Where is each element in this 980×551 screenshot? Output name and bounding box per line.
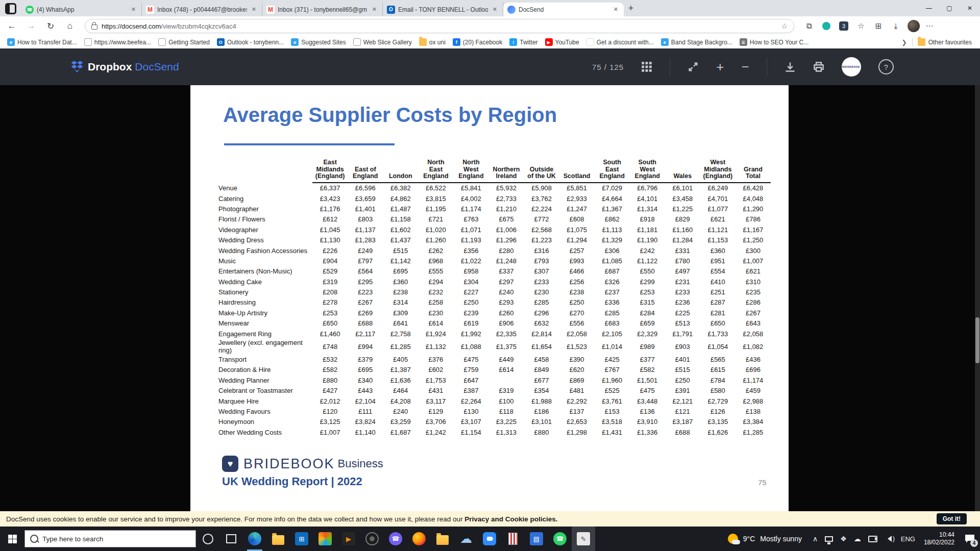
photos-icon[interactable] [313, 527, 337, 551]
close-button[interactable]: ✕ [960, 0, 980, 16]
onedrive-icon[interactable]: ☁ [454, 527, 478, 551]
favorites-hub-icon[interactable]: ☆ [853, 18, 869, 34]
bookmark-item[interactable]: eSuggested Sites [291, 38, 346, 46]
favorite-star-icon[interactable]: ☆ [781, 22, 788, 30]
table-cell: £906 [488, 318, 524, 329]
tab-close-icon[interactable]: ✕ [130, 6, 137, 13]
task-view-icon[interactable] [219, 527, 243, 551]
reload-icon[interactable]: ↻ [43, 18, 58, 34]
bookmark-item[interactable]: ▶YouTube [545, 38, 579, 46]
table-cell: £239 [453, 308, 488, 318]
home-icon[interactable]: ⌂ [62, 18, 78, 34]
print-icon[interactable] [813, 61, 824, 72]
collections-icon[interactable]: ⊞ [871, 18, 886, 34]
table-cell: £1,007 [312, 427, 348, 437]
profile-avatar[interactable] [908, 20, 920, 32]
bookmarks-overflow-icon[interactable]: ❯ [902, 39, 907, 46]
table-cell: £993 [559, 256, 595, 266]
meet-now-icon[interactable] [868, 536, 877, 542]
zoom-icon[interactable] [478, 527, 501, 551]
bookmark-item[interactable]: eHow to Transfer Dat... [7, 38, 77, 46]
table-cell: £869 [559, 375, 595, 385]
fullscreen-icon[interactable] [688, 61, 699, 72]
downloads-icon[interactable]: ⤓ [888, 18, 903, 34]
new-tab-button[interactable]: + [624, 1, 638, 15]
tab-close-icon[interactable]: ✕ [250, 6, 258, 13]
tray-chevron-icon[interactable]: ∧ [813, 535, 818, 543]
maximize-button[interactable]: ▢ [939, 0, 960, 16]
dropbox-tray-icon[interactable]: ❖ [840, 535, 847, 543]
store-icon[interactable]: ⊞ [290, 527, 313, 551]
clock[interactable]: 10:44 18/02/2022 [924, 531, 954, 546]
downloads-folder-icon[interactable] [431, 527, 454, 551]
help-icon[interactable]: ? [878, 59, 894, 74]
whatsapp-icon[interactable]: ☎ [548, 527, 572, 551]
got-it-button[interactable]: Got it! [937, 513, 967, 524]
back-icon[interactable]: ← [4, 18, 19, 34]
book-icon[interactable] [501, 527, 525, 551]
workspaces-icon[interactable] [5, 3, 16, 14]
tab-close-icon[interactable]: ✕ [371, 6, 378, 13]
scrollbar-thumb[interactable] [975, 317, 979, 363]
table-cell: £621 [700, 214, 736, 224]
camera-icon[interactable] [360, 527, 384, 551]
table-cell: £459 [736, 386, 771, 396]
title-underline [224, 143, 395, 145]
edge-icon[interactable] [243, 527, 266, 551]
minimize-button[interactable]: — [919, 0, 939, 16]
bookmark-item[interactable]: eBand Stage Backgro... [661, 38, 732, 46]
whatsapp-icon: ☎ [26, 6, 34, 14]
network-icon[interactable] [825, 536, 833, 542]
firefox-icon[interactable] [407, 527, 431, 551]
split-screen-icon[interactable]: ⧉ [801, 18, 817, 34]
browser-tab[interactable]: MInbox (748) - p0044467@brookes✕ [142, 3, 262, 16]
bridebook-avatar[interactable]: BRIDEBOOK [842, 57, 861, 77]
other-favourites-label[interactable]: Other favourites [928, 39, 972, 46]
language-indicator[interactable]: ENG [901, 535, 915, 543]
table-cell: £1,924 [418, 329, 453, 339]
media-player-icon[interactable]: ▶ [337, 527, 360, 551]
table-cell: £137 [559, 406, 595, 416]
bookmark-item[interactable]: eGet a discount with... [586, 38, 654, 46]
more-menu-icon[interactable]: ⋯ [922, 18, 937, 34]
browser-tab[interactable]: DocSend✕ [503, 3, 624, 16]
privacy-policy-link[interactable]: Privacy and Cookie policies. [464, 515, 557, 523]
onedrive-icon[interactable]: ☁ [854, 535, 861, 543]
notification-center-icon[interactable]: 4 [960, 527, 980, 551]
bookmark-item[interactable]: https://www.beefea... [84, 38, 151, 46]
forward-icon[interactable]: → [23, 18, 39, 34]
volume-icon[interactable] [885, 536, 894, 542]
extension-icon[interactable] [819, 18, 834, 34]
bookmark-item[interactable]: Getting Started [158, 38, 210, 46]
bookmark-item[interactable]: f(20) Facebook [453, 38, 502, 46]
cortana-icon[interactable] [196, 527, 219, 551]
paint-icon[interactable]: ✎ [572, 527, 595, 551]
bookmark-item[interactable]: tTwitter [509, 38, 537, 46]
zoom-in-icon[interactable]: + [716, 60, 724, 73]
weather-widget[interactable]: 9°C Mostly sunny [728, 534, 802, 544]
bookmark-item[interactable]: ≣How to SEO Your C... [740, 38, 808, 46]
zoom-out-icon[interactable]: − [741, 60, 749, 73]
file-explorer-icon[interactable] [266, 527, 290, 551]
address-bar[interactable]: https://docsend.com/view/bzubm4cqkzcv6ac… [85, 19, 794, 33]
tab-close-icon[interactable]: ✕ [491, 6, 499, 13]
download-icon[interactable] [785, 61, 796, 72]
taskbar-search-input[interactable]: Type here to search [24, 530, 196, 547]
url-text[interactable]: https://docsend.com/view/bzubm4cqkzcv6ac… [102, 22, 236, 30]
row-label: Hairdressing [218, 297, 312, 308]
browser-tab[interactable]: ☎(4) WhatsApp✕ [21, 3, 142, 16]
thumbnail-grid-icon[interactable] [641, 61, 652, 72]
browser-tab[interactable]: MInbox (371) - tonybennell65@gm✕ [262, 3, 383, 16]
movies-icon[interactable]: ▤ [525, 527, 548, 551]
bookmark-item[interactable]: OOutlook - tonybenn... [217, 38, 284, 46]
bookmark-item[interactable]: ox uni [419, 38, 446, 46]
date: 18/02/2022 [924, 539, 954, 546]
tab-close-icon[interactable]: ✕ [612, 6, 620, 13]
scrollbar[interactable] [975, 85, 980, 511]
bookmark-item[interactable]: Web Slice Gallery [353, 38, 412, 46]
table-cell: £880 [524, 427, 559, 437]
start-button[interactable] [0, 527, 24, 551]
shield-badge-icon[interactable]: 3 [836, 18, 851, 34]
browser-tab[interactable]: OEmail - TONY BENNELL - Outlook✕ [383, 3, 503, 16]
viber-icon[interactable]: ☎ [384, 527, 407, 551]
